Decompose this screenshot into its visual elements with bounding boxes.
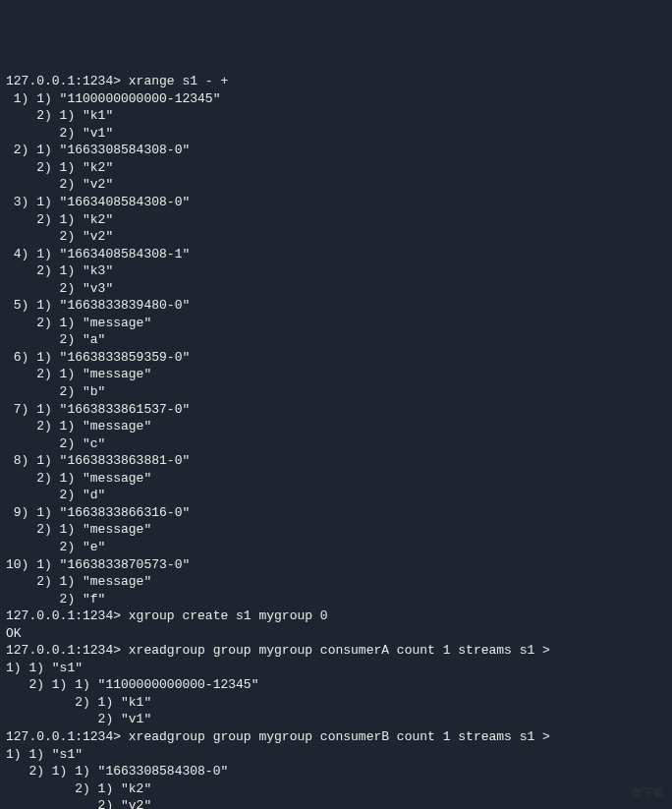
terminal-output: 127.0.0.1:1234> xrange s1 - + 1) 1) "110…: [6, 73, 666, 809]
watermark: 盘下载: [632, 786, 664, 801]
